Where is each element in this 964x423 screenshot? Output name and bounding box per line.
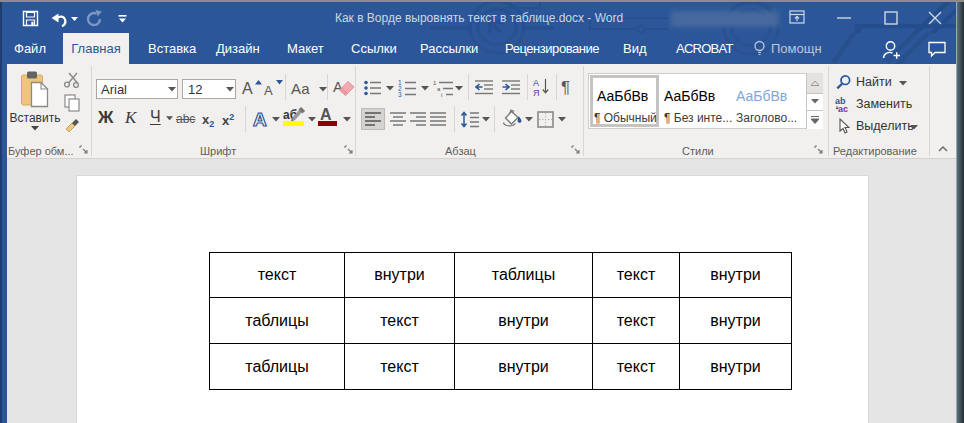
svg-text:А: А: [533, 78, 539, 88]
svg-text:Я: Я: [533, 88, 540, 98]
svg-text:ac: ac: [838, 104, 848, 113]
svg-text:3: 3: [398, 91, 402, 98]
svg-text:i: i: [441, 92, 442, 97]
svg-text:А: А: [253, 109, 267, 129]
